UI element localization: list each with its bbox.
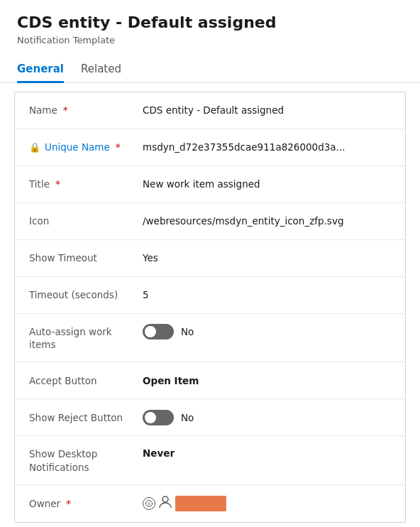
field-timeout-seconds-label: Timeout (seconds): [29, 289, 143, 300]
field-name-label: Name *: [29, 104, 143, 116]
auto-assign-toggle[interactable]: [143, 324, 174, 339]
field-desktop-notifications-value: Never: [143, 446, 391, 459]
field-icon-label: Icon: [29, 215, 143, 227]
page-subtitle: Notification Template: [17, 35, 403, 45]
toggle-thumb: [145, 326, 156, 337]
field-name: Name * CDS entity - Default assigned: [15, 92, 405, 129]
show-reject-toggle[interactable]: [143, 410, 174, 425]
field-auto-assign-value: No: [143, 324, 391, 339]
field-owner: Owner *: [15, 485, 405, 522]
auto-assign-toggle-label: No: [181, 326, 194, 337]
owner-person-icon[interactable]: [158, 495, 172, 512]
field-auto-assign-label: Auto-assign work items: [29, 324, 143, 352]
svg-point-3: [162, 496, 168, 502]
form-container: Name * CDS entity - Default assigned 🔒 U…: [14, 92, 406, 523]
field-icon: Icon /webresources/msdyn_entity_icon_zfp…: [15, 203, 405, 240]
field-show-reject-button-label: Show Reject Button: [29, 412, 143, 423]
svg-rect-2: [149, 502, 150, 503]
field-desktop-notifications-label: Show Desktop Notifications: [29, 446, 143, 474]
owner-value-box: [175, 496, 226, 511]
required-indicator: *: [63, 104, 68, 116]
field-show-timeout-value: Yes: [143, 252, 391, 264]
svg-rect-1: [149, 503, 150, 506]
page-title: CDS entity - Default assigned: [17, 13, 403, 33]
lock-icon: 🔒: [29, 142, 40, 153]
field-owner-value: [143, 495, 391, 512]
field-show-timeout-label: Show Timeout: [29, 252, 143, 264]
field-unique-name-label: 🔒 Unique Name *: [29, 141, 143, 153]
required-indicator: *: [66, 498, 71, 509]
field-icon-value: /webresources/msdyn_entity_icon_zfp.svg: [143, 215, 370, 227]
owner-icons-container: [143, 495, 391, 512]
field-owner-label: Owner *: [29, 498, 143, 509]
field-unique-name-value: msdyn_d72e37355dcae911a826000d3a...: [143, 141, 370, 153]
field-show-reject-button: Show Reject Button No: [15, 399, 405, 436]
required-indicator: *: [55, 178, 60, 190]
field-show-timeout: Show Timeout Yes: [15, 240, 405, 277]
toggle-track: [143, 410, 174, 425]
field-accept-button-value: Open Item: [143, 375, 391, 386]
field-unique-name: 🔒 Unique Name * msdyn_d72e37355dcae911a8…: [15, 129, 405, 166]
required-indicator: *: [116, 141, 121, 153]
field-show-reject-button-value: No: [143, 410, 391, 425]
show-reject-toggle-label: No: [181, 412, 194, 423]
field-title-value: New work item assigned: [143, 178, 391, 190]
tabs-container: General Related: [0, 57, 420, 83]
field-title: Title * New work item assigned: [15, 166, 405, 203]
toggle-track: [143, 324, 174, 339]
field-name-value: CDS entity - Default assigned: [143, 104, 391, 116]
show-reject-toggle-container: No: [143, 410, 391, 425]
field-accept-button: Accept Button Open Item: [15, 362, 405, 399]
field-desktop-notifications: Show Desktop Notifications Never: [15, 436, 405, 485]
tab-related[interactable]: Related: [81, 57, 121, 83]
tab-general[interactable]: General: [17, 57, 64, 83]
field-timeout-seconds-value: 5: [143, 289, 391, 300]
field-timeout-seconds: Timeout (seconds) 5: [15, 277, 405, 314]
field-title-label: Title *: [29, 178, 143, 190]
owner-info-icon[interactable]: [143, 497, 155, 510]
field-accept-button-label: Accept Button: [29, 375, 143, 386]
auto-assign-toggle-container: No: [143, 324, 391, 339]
field-auto-assign: Auto-assign work items No: [15, 314, 405, 363]
page-header: CDS entity - Default assigned Notificati…: [0, 0, 420, 51]
toggle-thumb: [145, 412, 156, 423]
